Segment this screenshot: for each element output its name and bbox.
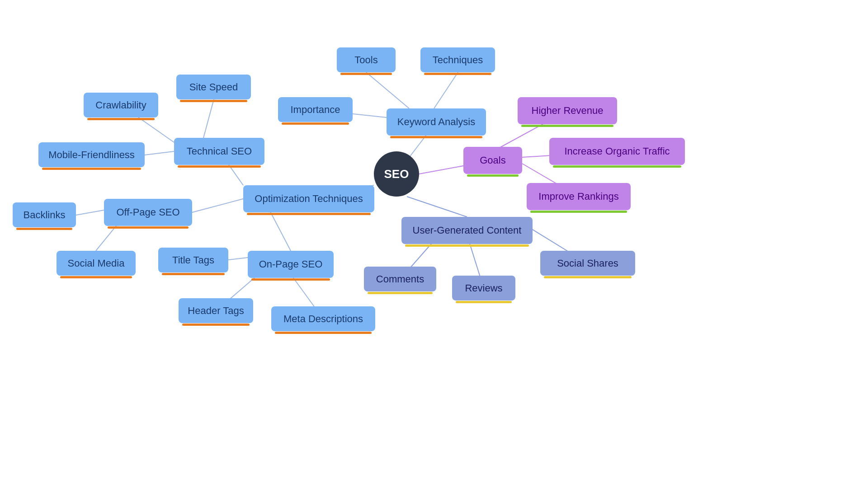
node-site_speed: Site Speed bbox=[176, 75, 251, 99]
node-off_page_seo: Off-Page SEO bbox=[104, 199, 192, 226]
node-increase_organic: Increase Organic Traffic bbox=[549, 138, 685, 165]
node-mobile_friendliness: Mobile-Friendliness bbox=[38, 142, 145, 167]
node-social_shares: Social Shares bbox=[540, 251, 635, 276]
node-header_tags: Header Tags bbox=[179, 298, 253, 323]
svg-line-16 bbox=[76, 210, 104, 215]
node-importance: Importance bbox=[278, 97, 353, 122]
node-goals: Goals bbox=[463, 147, 522, 174]
node-on_page_seo: On-Page SEO bbox=[248, 251, 334, 278]
node-techniques: Techniques bbox=[420, 47, 495, 72]
svg-line-4 bbox=[366, 72, 409, 108]
node-crawlability: Crawlability bbox=[84, 93, 158, 117]
node-title_tags: Title Tags bbox=[158, 248, 228, 272]
node-improve_rankings: Improve Rankings bbox=[527, 183, 631, 210]
node-higher_revenue: Higher Revenue bbox=[518, 97, 617, 124]
node-meta_descriptions: Meta Descriptions bbox=[271, 306, 375, 331]
svg-line-3 bbox=[407, 197, 467, 217]
node-keyword_analysis: Keyword Analysis bbox=[387, 108, 486, 136]
svg-line-5 bbox=[434, 72, 458, 108]
node-optimization: Optimization Techniques bbox=[243, 185, 374, 212]
node-technical_seo: Technical SEO bbox=[174, 138, 264, 165]
node-comments: Comments bbox=[364, 267, 436, 291]
node-ugc: User-Generated Content bbox=[401, 217, 533, 244]
center-node: SEO bbox=[374, 151, 419, 197]
svg-line-13 bbox=[203, 99, 214, 138]
node-backlinks: Backlinks bbox=[13, 202, 76, 227]
node-tools: Tools bbox=[337, 47, 396, 72]
svg-line-11 bbox=[192, 199, 243, 212]
svg-line-15 bbox=[145, 151, 174, 155]
svg-line-18 bbox=[228, 258, 248, 260]
node-social_media: Social Media bbox=[57, 251, 136, 276]
node-reviews: Reviews bbox=[452, 276, 515, 300]
